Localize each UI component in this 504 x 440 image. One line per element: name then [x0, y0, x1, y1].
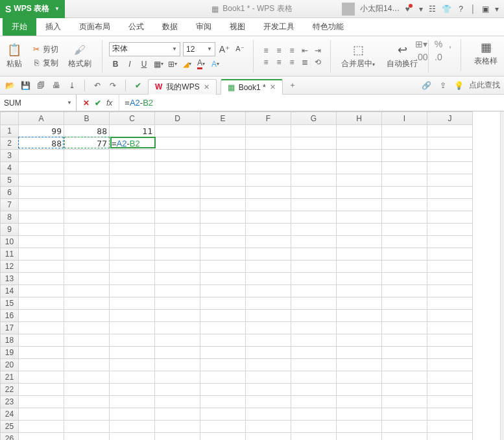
cell-E5[interactable] — [200, 174, 246, 187]
cell-C4[interactable] — [110, 162, 155, 174]
font-name-select[interactable]: 宋体 ▼ — [109, 42, 180, 56]
menu-tab-start[interactable]: 开始 — [3, 18, 36, 36]
cell-B10[interactable] — [64, 236, 110, 248]
cell-H8[interactable] — [337, 211, 382, 224]
fill-color-button[interactable]: ◢▾ — [180, 58, 193, 71]
align-bottom-button[interactable]: ≡ — [286, 45, 298, 56]
cell-J5[interactable] — [427, 174, 473, 187]
decrease-font-button[interactable]: A⁻ — [234, 43, 246, 56]
row-header-25[interactable]: 25 — [1, 421, 19, 433]
col-header-I[interactable]: I — [382, 112, 427, 125]
cell-G16[interactable] — [291, 310, 337, 322]
cell-F11[interactable] — [246, 248, 291, 261]
row-header-17[interactable]: 17 — [1, 322, 19, 334]
row-header-1[interactable]: 1 — [1, 125, 19, 137]
row-header-14[interactable]: 14 — [1, 285, 19, 297]
col-header-A[interactable]: A — [19, 112, 64, 125]
formula-accept-button[interactable]: ✔ — [95, 98, 101, 108]
cell-B20[interactable] — [64, 359, 110, 371]
cell-A18[interactable] — [19, 334, 64, 347]
cell-D11[interactable] — [155, 248, 200, 261]
cell-J13[interactable] — [427, 273, 473, 285]
cell-J26[interactable] — [427, 433, 473, 441]
cell-A15[interactable] — [19, 297, 64, 310]
cell-H26[interactable] — [337, 433, 382, 441]
cell-C25[interactable] — [110, 421, 155, 433]
cell-B16[interactable] — [64, 310, 110, 322]
cell-H22[interactable] — [337, 384, 382, 396]
avatar[interactable] — [342, 3, 355, 16]
print-icon[interactable]: 🖶 — [51, 80, 62, 91]
cell-F9[interactable] — [246, 224, 291, 236]
row-header-24[interactable]: 24 — [1, 408, 19, 421]
spreadsheet-grid[interactable]: A B C D E F G H I J 199881128877=A2-B234… — [0, 111, 473, 440]
font-color-button[interactable]: A▾ — [195, 58, 208, 71]
cell-C8[interactable] — [110, 211, 155, 224]
cell-B4[interactable] — [64, 162, 110, 174]
cell-G5[interactable] — [291, 174, 337, 187]
cell-G20[interactable] — [291, 359, 337, 371]
cell-J15[interactable] — [427, 297, 473, 310]
cell-H15[interactable] — [337, 297, 382, 310]
cell-I25[interactable] — [382, 421, 427, 433]
cell-I16[interactable] — [382, 310, 427, 322]
cell-B11[interactable] — [64, 248, 110, 261]
cell-D25[interactable] — [155, 421, 200, 433]
format-painter-button[interactable]: 🖌 格式刷 — [64, 41, 95, 71]
cell-C26[interactable] — [110, 433, 155, 441]
cell-C15[interactable] — [110, 297, 155, 310]
italic-button[interactable]: I — [123, 58, 136, 71]
cell-F16[interactable] — [246, 310, 291, 322]
cell-A21[interactable] — [19, 371, 64, 384]
cell-E4[interactable] — [200, 162, 246, 174]
select-all-corner[interactable] — [1, 112, 19, 125]
cell-J25[interactable] — [427, 421, 473, 433]
cell-B15[interactable] — [64, 297, 110, 310]
vertical-scrollbar[interactable] — [500, 111, 504, 440]
cell-F14[interactable] — [246, 285, 291, 297]
border-button[interactable]: ▦▾ — [152, 58, 165, 71]
help-icon[interactable]: ? — [457, 5, 466, 14]
user-name[interactable]: 小太阳14… — [360, 3, 400, 14]
cell-J3[interactable] — [427, 150, 473, 162]
cell-I6[interactable] — [382, 187, 427, 199]
cell-J17[interactable] — [427, 322, 473, 334]
cell-A8[interactable] — [19, 211, 64, 224]
cell-H18[interactable] — [337, 334, 382, 347]
cell-B19[interactable] — [64, 347, 110, 359]
cell-D18[interactable] — [155, 334, 200, 347]
cell-H16[interactable] — [337, 310, 382, 322]
cell-I3[interactable] — [382, 150, 427, 162]
cell-G19[interactable] — [291, 347, 337, 359]
cell-E20[interactable] — [200, 359, 246, 371]
cell-F7[interactable] — [246, 199, 291, 211]
cell-I5[interactable] — [382, 174, 427, 187]
cell-B21[interactable] — [64, 371, 110, 384]
cell-G22[interactable] — [291, 384, 337, 396]
accept-icon[interactable]: ✔ — [132, 80, 144, 91]
search-hint[interactable]: 点此查找 — [469, 80, 500, 91]
cell-C2[interactable]: =A2-B2 — [110, 137, 155, 150]
cell-E17[interactable] — [200, 322, 246, 334]
cell-B23[interactable] — [64, 396, 110, 408]
cell-H25[interactable] — [337, 421, 382, 433]
menu-tab-review[interactable]: 审阅 — [187, 18, 221, 36]
row-header-10[interactable]: 10 — [1, 236, 19, 248]
cell-A13[interactable] — [19, 273, 64, 285]
app-badge[interactable]: S WPS 表格 ▼ — [0, 0, 65, 18]
redo-icon[interactable]: ↷ — [107, 80, 119, 91]
cell-I11[interactable] — [382, 248, 427, 261]
cell-G18[interactable] — [291, 334, 337, 347]
cell-J6[interactable] — [427, 187, 473, 199]
row-header-23[interactable]: 23 — [1, 396, 19, 408]
row-header-19[interactable]: 19 — [1, 347, 19, 359]
name-box[interactable]: SUM ▼ — [0, 95, 77, 111]
menu-tab-formula[interactable]: 公式 — [119, 18, 153, 36]
cell-H5[interactable] — [337, 174, 382, 187]
cell-H19[interactable] — [337, 347, 382, 359]
cell-A2[interactable]: 88 — [19, 137, 64, 150]
cell-G3[interactable] — [291, 150, 337, 162]
paste-button[interactable]: 📋 粘贴 — [3, 41, 26, 71]
cell-A9[interactable] — [19, 224, 64, 236]
cell-C13[interactable] — [110, 273, 155, 285]
